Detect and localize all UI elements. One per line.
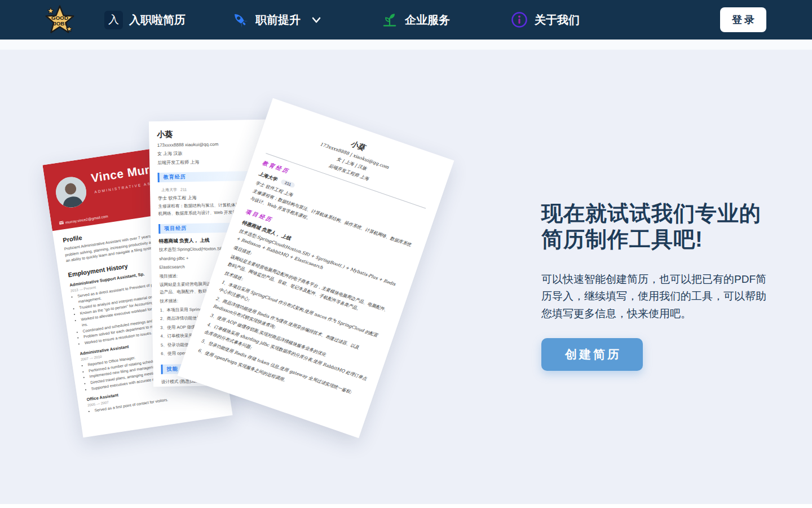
goodjob-logo[interactable]: GOOD JOB!: [44, 4, 76, 36]
ru-character-icon: 入: [104, 11, 123, 29]
envelope-icon: [59, 221, 64, 225]
nav-bottom-strip: [0, 40, 812, 50]
star-logo-icon: GOOD JOB!: [44, 4, 76, 36]
hero-copy: 现在就试试我们专业的 简历制作工具吧! 可以快速智能创建简历，也可以把已有的PD…: [541, 200, 773, 392]
hero-description: 可以快速智能创建简历，也可以把已有的PDF简历导入，继续填写，使用我们的工具，可…: [541, 271, 771, 322]
title-line-1: 现在就试试我们专业的: [541, 202, 761, 225]
nav-item-career-boost[interactable]: 职前提升: [231, 0, 323, 40]
page-title: 现在就试试我们专业的 简历制作工具吧!: [541, 200, 761, 253]
nav-item-label: 关于我们: [535, 12, 580, 28]
create-resume-button[interactable]: 创建简历: [541, 338, 643, 371]
school-badge: 211: [280, 179, 295, 189]
hero-section: Vince Murray ADMINISTRATIVE ASSISTANT mu…: [0, 50, 812, 504]
nav-item-label: 入职啦简历: [129, 12, 186, 28]
page: GOOD JOB! 入 入职啦简历 职前提升: [0, 0, 812, 508]
chevron-down-icon: [310, 14, 323, 25]
navbar: GOOD JOB! 入 入职啦简历 职前提升: [0, 0, 812, 40]
avatar: [54, 175, 88, 209]
rocket-icon: [231, 11, 249, 29]
school-badge: 211: [180, 187, 187, 191]
nav-item-resume[interactable]: 入 入职啦简历: [104, 0, 186, 40]
nav-item-enterprise[interactable]: 企业服务: [381, 0, 450, 40]
info-icon: [510, 11, 528, 29]
nav-item-about[interactable]: 关于我们: [510, 0, 580, 40]
logo-text-line2: JOB!: [53, 20, 66, 27]
login-button[interactable]: 登录: [720, 7, 766, 32]
nav-item-label: 职前提升: [255, 12, 301, 28]
nav-item-label: 企业服务: [405, 12, 450, 28]
title-line-2: 简历制作工具吧!: [541, 227, 703, 251]
resume-en-email: murray.vince2@gmail.com: [59, 213, 108, 225]
sprout-icon: [381, 11, 399, 29]
resume-collage: Vince Murray ADMINISTRATIVE ASSISTANT mu…: [51, 104, 451, 477]
